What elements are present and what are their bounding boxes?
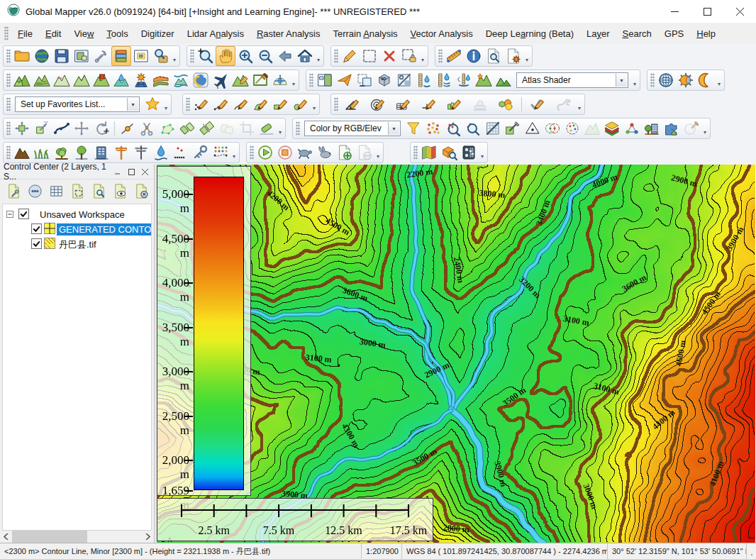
panel-hscrollbar[interactable] (0, 531, 154, 543)
class-ground-icon[interactable] (12, 143, 32, 162)
lidar-color-combo[interactable]: Color by RGB/Elev▾ (304, 121, 401, 136)
find-peaks-icon[interactable] (474, 70, 494, 90)
layer-options-icon[interactable] (6, 183, 22, 200)
class-water-icon[interactable] (151, 143, 171, 162)
raster-checkbox[interactable] (31, 238, 42, 251)
auto-classify-icon[interactable] (562, 118, 582, 138)
menu-file[interactable]: File (11, 26, 39, 41)
compare-terrain-icon[interactable] (494, 70, 513, 90)
extract-buildings-icon[interactable] (642, 118, 662, 138)
scroll-left-icon[interactable] (0, 531, 12, 543)
clear-selection-icon[interactable] (379, 46, 399, 66)
scroll-right-icon[interactable] (142, 531, 154, 543)
feature-info-icon[interactable] (464, 46, 484, 66)
contours-checkbox[interactable] (31, 223, 42, 236)
split-area-icon[interactable] (197, 118, 217, 138)
class-building-icon[interactable] (91, 143, 111, 162)
panel-minimize-icon[interactable] (112, 166, 123, 177)
confirm-edit-icon[interactable] (528, 94, 547, 114)
color-pick-icon[interactable] (503, 118, 523, 138)
expander-icon[interactable] (6, 209, 13, 220)
point-search-icon[interactable] (463, 118, 483, 138)
menu-layer[interactable]: Layer (580, 26, 616, 41)
download-online-icon[interactable] (32, 46, 52, 66)
toggle-visibility-icon[interactable] (112, 183, 128, 200)
zoom-to-layer-icon[interactable] (91, 183, 107, 200)
night-mode-icon[interactable] (696, 70, 716, 90)
repair-tool-icon[interactable] (553, 94, 573, 114)
pan-move-icon[interactable] (72, 118, 91, 138)
extract-features-icon[interactable] (662, 118, 682, 138)
image-swipe-icon[interactable] (250, 70, 270, 90)
mixer-panel-icon[interactable] (459, 143, 479, 162)
zoom-box-icon[interactable] (196, 46, 216, 66)
edit-vertices-icon[interactable] (52, 118, 72, 138)
clip-collar-icon[interactable] (355, 70, 374, 90)
control-center-icon[interactable] (111, 46, 131, 66)
control-center-titlebar[interactable]: Control Center (2 Layers, 1 S... (0, 165, 154, 179)
find-data-icon[interactable] (151, 46, 171, 66)
class-powerline-icon[interactable] (131, 143, 151, 162)
class-key-icon[interactable] (191, 143, 211, 162)
grid-filter-icon[interactable] (483, 118, 503, 138)
tree-row-workspace[interactable]: Unsaved Workspace (3, 207, 151, 222)
search-3d-icon[interactable] (439, 143, 459, 162)
shader-combo[interactable]: Atlas Shader▾ (516, 72, 628, 88)
move-feature-icon[interactable] (12, 118, 32, 138)
raster-layer-label[interactable]: 丹巴县.tif (57, 238, 99, 252)
combine-areas-icon[interactable] (217, 118, 237, 138)
close-button[interactable] (723, 0, 756, 23)
tree-row-contours[interactable]: GENERATED CONTOURS (3, 222, 151, 237)
workspace-checkbox[interactable] (18, 209, 29, 221)
lidar-scatter-icon[interactable] (423, 118, 443, 138)
class-shrub-icon[interactable] (52, 143, 72, 162)
dome-view-icon[interactable] (270, 70, 290, 90)
attribute-table-icon[interactable] (48, 183, 65, 200)
zoom-out-icon[interactable] (255, 46, 275, 66)
map-layout-icon[interactable] (131, 46, 151, 66)
stamp-icon[interactable] (470, 94, 490, 114)
tree-row-raster[interactable]: 丹巴县.tif (3, 237, 151, 252)
scroll-thumb[interactable] (12, 531, 87, 543)
create-tin-icon[interactable] (523, 118, 543, 138)
favorites-star-icon[interactable] (143, 94, 162, 114)
path-profile-icon[interactable] (151, 70, 171, 90)
contours-layer-label[interactable]: GENERATED CONTOURS (57, 223, 152, 236)
solar-radiation-icon[interactable] (131, 70, 151, 90)
class-grass-icon[interactable] (32, 143, 52, 162)
workspace-label[interactable]: Unsaved Workspace (38, 209, 127, 221)
menu-raster-analysis[interactable]: Raster Analysis (250, 26, 327, 41)
terrain-layers-icon[interactable] (12, 70, 32, 90)
view-3d-icon[interactable]: 3D (374, 70, 394, 90)
layer-metadata-icon[interactable] (27, 183, 43, 200)
layer-stack-icon[interactable] (602, 118, 622, 138)
move-copy-icon[interactable] (32, 118, 52, 138)
map-view[interactable]: 5,000 m4,500 m4,000 m3,500 m3,000 m2,500… (157, 165, 755, 543)
draw-points-icon[interactable] (191, 94, 211, 114)
water-level-2-icon[interactable] (434, 70, 454, 90)
previous-view-icon[interactable] (275, 46, 295, 66)
terrain-pale-icon[interactable] (582, 118, 602, 138)
class-noise-icon[interactable] (171, 143, 191, 162)
segmentation-icon[interactable] (622, 118, 642, 138)
menu-vector-analysis[interactable]: Vector Analysis (404, 26, 479, 41)
panel-close-icon[interactable] (139, 166, 150, 177)
attach-node-icon[interactable] (419, 94, 439, 114)
draw-area-icon[interactable] (251, 94, 271, 114)
map-view-icon[interactable] (72, 46, 91, 66)
create-contours-icon[interactable] (32, 70, 52, 90)
add-frame-icon[interactable] (335, 143, 355, 162)
select-layers-icon[interactable] (70, 183, 86, 200)
favorites-combo[interactable]: Set up Favorites List...▾ (15, 96, 140, 112)
anim-play-icon[interactable] (255, 143, 275, 162)
range-rings-icon[interactable] (368, 94, 388, 114)
crop-areas-icon[interactable] (237, 118, 257, 138)
menu-digitizer[interactable]: Digitizer (135, 26, 181, 41)
lidar-color-combo-dropdown-icon[interactable]: ▾ (388, 122, 399, 135)
resize-grip[interactable] (747, 543, 756, 559)
pool-water-icon[interactable] (111, 70, 131, 90)
menu-view[interactable]: View (67, 26, 100, 41)
gps-settings-icon[interactable] (676, 70, 696, 90)
draw-rectangle-icon[interactable] (271, 94, 291, 114)
parallel-copy-icon[interactable] (177, 118, 197, 138)
